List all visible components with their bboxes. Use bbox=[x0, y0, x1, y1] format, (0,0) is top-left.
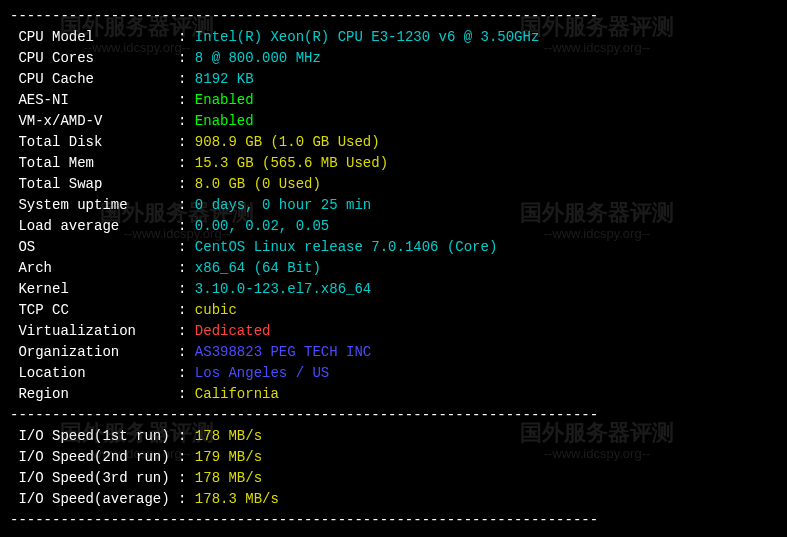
info-value: 3.10.0-123.el7.x86_64 bbox=[195, 281, 371, 297]
info-label: Location bbox=[10, 365, 178, 381]
info-value: 8192 KB bbox=[195, 71, 254, 87]
info-row: Total Mem : 15.3 GB (565.6 MB Used) bbox=[10, 153, 777, 174]
info-value: 179 MB/s bbox=[195, 449, 262, 465]
divider: ----------------------------------------… bbox=[10, 510, 777, 531]
colon: : bbox=[178, 50, 195, 66]
colon: : bbox=[178, 155, 195, 171]
info-label: CPU Cores bbox=[10, 50, 178, 66]
info-row: OS : CentOS Linux release 7.0.1406 (Core… bbox=[10, 237, 777, 258]
info-label: Total Mem bbox=[10, 155, 178, 171]
info-value: 178 MB/s bbox=[195, 428, 262, 444]
info-value: Intel(R) Xeon(R) CPU E3-1230 v6 @ 3.50GH… bbox=[195, 29, 539, 45]
info-value: Enabled bbox=[195, 113, 254, 129]
divider: ----------------------------------------… bbox=[10, 405, 777, 426]
colon: : bbox=[178, 92, 195, 108]
info-value: Enabled bbox=[195, 92, 254, 108]
info-value: 0 days, 0 hour 25 min bbox=[195, 197, 371, 213]
colon: : bbox=[178, 71, 195, 87]
info-value: 8 @ 800.000 MHz bbox=[195, 50, 321, 66]
info-row: System uptime : 0 days, 0 hour 25 min bbox=[10, 195, 777, 216]
colon: : bbox=[178, 281, 195, 297]
info-label: AES-NI bbox=[10, 92, 178, 108]
divider: ----------------------------------------… bbox=[10, 6, 777, 27]
colon: : bbox=[178, 197, 195, 213]
info-row: I/O Speed(1st run) : 178 MB/s bbox=[10, 426, 777, 447]
info-label: Virtualization bbox=[10, 323, 178, 339]
info-row: Total Disk : 908.9 GB (1.0 GB Used) bbox=[10, 132, 777, 153]
colon: : bbox=[178, 449, 195, 465]
info-label: Region bbox=[10, 386, 178, 402]
info-row: I/O Speed(2nd run) : 179 MB/s bbox=[10, 447, 777, 468]
info-label: CPU Cache bbox=[10, 71, 178, 87]
info-label: System uptime bbox=[10, 197, 178, 213]
info-row: Virtualization : Dedicated bbox=[10, 321, 777, 342]
info-row: CPU Cores : 8 @ 800.000 MHz bbox=[10, 48, 777, 69]
info-value: 178 MB/s bbox=[195, 470, 262, 486]
info-value: 8.0 GB (0 Used) bbox=[195, 176, 321, 192]
terminal-output: ----------------------------------------… bbox=[0, 0, 787, 537]
info-value: California bbox=[195, 386, 279, 402]
colon: : bbox=[178, 302, 195, 318]
info-row: AES-NI : Enabled bbox=[10, 90, 777, 111]
info-value: cubic bbox=[195, 302, 237, 318]
info-value: x86_64 (64 Bit) bbox=[195, 260, 321, 276]
colon: : bbox=[178, 323, 195, 339]
colon: : bbox=[178, 260, 195, 276]
info-row: Total Swap : 8.0 GB (0 Used) bbox=[10, 174, 777, 195]
colon: : bbox=[178, 218, 195, 234]
info-value: 0.00, 0.02, 0.05 bbox=[195, 218, 329, 234]
info-label: Kernel bbox=[10, 281, 178, 297]
info-label: I/O Speed(2nd run) bbox=[10, 449, 178, 465]
info-value: 15.3 GB (565.6 MB Used) bbox=[195, 155, 388, 171]
info-value: 178.3 MB/s bbox=[195, 491, 279, 507]
colon: : bbox=[178, 176, 195, 192]
info-label: Total Swap bbox=[10, 176, 178, 192]
colon: : bbox=[178, 365, 195, 381]
info-label: TCP CC bbox=[10, 302, 178, 318]
info-label: OS bbox=[10, 239, 178, 255]
colon: : bbox=[178, 470, 195, 486]
info-row: Location : Los Angeles / US bbox=[10, 363, 777, 384]
info-label: I/O Speed(1st run) bbox=[10, 428, 178, 444]
info-label: Load average bbox=[10, 218, 178, 234]
colon: : bbox=[178, 491, 195, 507]
io-speed-block: I/O Speed(1st run) : 178 MB/s I/O Speed(… bbox=[10, 426, 777, 510]
info-value: AS398823 PEG TECH INC bbox=[195, 344, 371, 360]
info-label: CPU Model bbox=[10, 29, 178, 45]
info-value: Los Angeles / US bbox=[195, 365, 329, 381]
info-label: VM-x/AMD-V bbox=[10, 113, 178, 129]
info-label: I/O Speed(average) bbox=[10, 491, 178, 507]
colon: : bbox=[178, 239, 195, 255]
colon: : bbox=[178, 29, 195, 45]
colon: : bbox=[178, 113, 195, 129]
info-row: CPU Model : Intel(R) Xeon(R) CPU E3-1230… bbox=[10, 27, 777, 48]
info-row: Organization : AS398823 PEG TECH INC bbox=[10, 342, 777, 363]
colon: : bbox=[178, 428, 195, 444]
info-label: Arch bbox=[10, 260, 178, 276]
info-row: CPU Cache : 8192 KB bbox=[10, 69, 777, 90]
system-info-block: CPU Model : Intel(R) Xeon(R) CPU E3-1230… bbox=[10, 27, 777, 405]
colon: : bbox=[178, 386, 195, 402]
colon: : bbox=[178, 344, 195, 360]
info-label: Organization bbox=[10, 344, 178, 360]
info-row: Region : California bbox=[10, 384, 777, 405]
colon: : bbox=[178, 134, 195, 150]
info-label: I/O Speed(3rd run) bbox=[10, 470, 178, 486]
info-value: Dedicated bbox=[195, 323, 271, 339]
info-row: Arch : x86_64 (64 Bit) bbox=[10, 258, 777, 279]
info-row: Kernel : 3.10.0-123.el7.x86_64 bbox=[10, 279, 777, 300]
info-row: I/O Speed(3rd run) : 178 MB/s bbox=[10, 468, 777, 489]
info-row: Load average : 0.00, 0.02, 0.05 bbox=[10, 216, 777, 237]
info-row: TCP CC : cubic bbox=[10, 300, 777, 321]
info-value: CentOS Linux release 7.0.1406 (Core) bbox=[195, 239, 497, 255]
info-row: I/O Speed(average) : 178.3 MB/s bbox=[10, 489, 777, 510]
info-value: 908.9 GB (1.0 GB Used) bbox=[195, 134, 380, 150]
info-row: VM-x/AMD-V : Enabled bbox=[10, 111, 777, 132]
info-label: Total Disk bbox=[10, 134, 178, 150]
